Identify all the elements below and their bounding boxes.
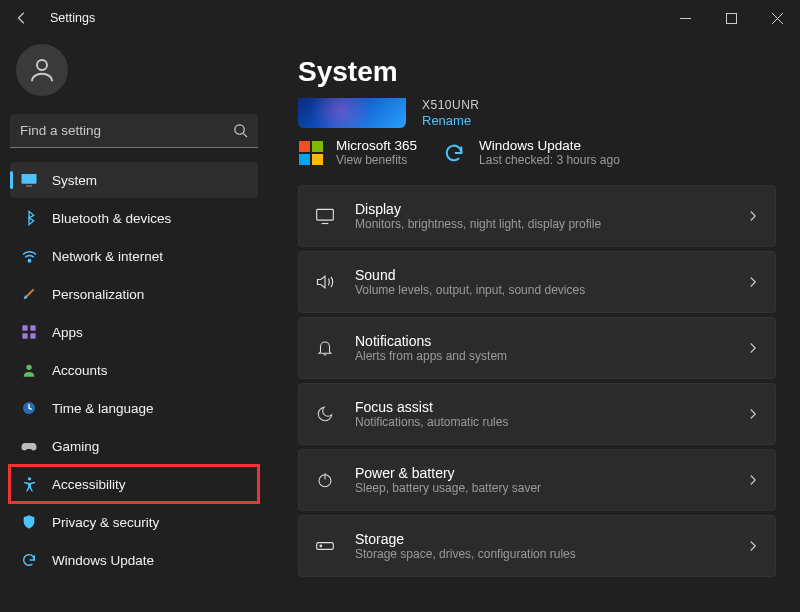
card-sub: Storage space, drives, configuration rul… (355, 547, 731, 561)
clock-globe-icon (20, 399, 38, 417)
chip-windows-update[interactable]: Windows Update Last checked: 3 hours ago (441, 138, 620, 167)
chevron-right-icon (747, 408, 759, 420)
wifi-icon (20, 247, 38, 265)
svg-rect-6 (22, 325, 27, 330)
chip-title: Microsoft 365 (336, 138, 417, 153)
svg-rect-15 (317, 543, 334, 550)
card-focus-assist[interactable]: Focus assist Notifications, automatic ru… (298, 383, 776, 445)
card-notifications[interactable]: Notifications Alerts from apps and syste… (298, 317, 776, 379)
info-row: Microsoft 365 View benefits Windows Upda… (298, 136, 776, 185)
maximize-button[interactable] (708, 2, 754, 34)
card-power[interactable]: Power & battery Sleep, battery usage, ba… (298, 449, 776, 511)
main: System Bluetooth & devices Network & int… (0, 36, 800, 612)
nav-personalization[interactable]: Personalization (10, 276, 258, 312)
close-icon (772, 13, 783, 24)
search-icon (233, 123, 248, 138)
person-icon (20, 361, 38, 379)
window-controls (662, 2, 800, 34)
nav-label: Gaming (52, 439, 99, 454)
rename-link[interactable]: Rename (422, 113, 480, 128)
sound-icon (311, 272, 339, 292)
accessibility-icon (20, 475, 38, 493)
nav-accounts[interactable]: Accounts (10, 352, 258, 388)
nav-network[interactable]: Network & internet (10, 238, 258, 274)
chip-title: Windows Update (479, 138, 620, 153)
nav-accessibility[interactable]: Accessibility (10, 466, 258, 502)
chevron-right-icon (747, 474, 759, 486)
gamepad-icon (20, 437, 38, 455)
svg-rect-13 (317, 209, 334, 220)
bluetooth-icon (20, 209, 38, 227)
card-title: Storage (355, 531, 731, 547)
shield-icon (20, 513, 38, 531)
avatar (16, 44, 68, 96)
svg-point-10 (26, 365, 31, 370)
nav-label: Time & language (52, 401, 154, 416)
sync-icon (441, 140, 467, 166)
card-sub: Alerts from apps and system (355, 349, 731, 363)
chevron-right-icon (747, 210, 759, 222)
nav-label: Personalization (52, 287, 144, 302)
content: System X510UNR Rename Microsoft 365 View… (268, 36, 800, 612)
nav-bluetooth[interactable]: Bluetooth & devices (10, 200, 258, 236)
nav-label: Windows Update (52, 553, 154, 568)
back-button[interactable] (8, 4, 36, 32)
card-sound[interactable]: Sound Volume levels, output, input, soun… (298, 251, 776, 313)
profile[interactable] (10, 40, 258, 110)
titlebar: Settings (0, 0, 800, 36)
svg-rect-4 (26, 185, 32, 187)
maximize-icon (726, 13, 737, 24)
nav-label: Accounts (52, 363, 108, 378)
svg-point-16 (320, 545, 322, 547)
minimize-button[interactable] (662, 2, 708, 34)
chip-sub: View benefits (336, 153, 417, 167)
search-box[interactable] (10, 114, 258, 148)
svg-rect-9 (30, 333, 35, 338)
svg-rect-3 (22, 174, 37, 184)
card-title: Focus assist (355, 399, 731, 415)
user-icon (27, 55, 57, 85)
nav-gaming[interactable]: Gaming (10, 428, 258, 464)
svg-point-12 (27, 477, 30, 480)
brush-icon (20, 285, 38, 303)
chip-sub: Last checked: 3 hours ago (479, 153, 620, 167)
nav-label: Accessibility (52, 477, 126, 492)
moon-icon (311, 405, 339, 423)
device-thumbnail[interactable] (298, 98, 406, 128)
nav-label: Bluetooth & devices (52, 211, 171, 226)
storage-icon (311, 536, 339, 556)
nav-apps[interactable]: Apps (10, 314, 258, 350)
nav-label: Privacy & security (52, 515, 159, 530)
card-display[interactable]: Display Monitors, brightness, night ligh… (298, 185, 776, 247)
power-icon (311, 471, 339, 489)
titlebar-left: Settings (8, 4, 95, 32)
card-title: Sound (355, 267, 731, 283)
nav-label: Apps (52, 325, 83, 340)
nav-windows-update[interactable]: Windows Update (10, 542, 258, 578)
chevron-right-icon (747, 540, 759, 552)
arrow-left-icon (15, 11, 29, 25)
svg-point-2 (235, 125, 244, 134)
card-sub: Notifications, automatic rules (355, 415, 731, 429)
nav-privacy[interactable]: Privacy & security (10, 504, 258, 540)
chip-ms365[interactable]: Microsoft 365 View benefits (298, 138, 417, 167)
nav-system[interactable]: System (10, 162, 258, 198)
svg-rect-0 (726, 13, 736, 23)
update-icon (20, 551, 38, 569)
card-title: Display (355, 201, 731, 217)
nav-time-language[interactable]: Time & language (10, 390, 258, 426)
svg-rect-7 (30, 325, 35, 330)
search-input[interactable] (20, 123, 233, 138)
card-title: Power & battery (355, 465, 731, 481)
settings-cards: Display Monitors, brightness, night ligh… (298, 185, 776, 577)
card-sub: Volume levels, output, input, sound devi… (355, 283, 731, 297)
card-storage[interactable]: Storage Storage space, drives, configura… (298, 515, 776, 577)
display-icon (311, 206, 339, 226)
page-title: System (298, 56, 776, 88)
chevron-right-icon (747, 342, 759, 354)
close-button[interactable] (754, 2, 800, 34)
chevron-right-icon (747, 276, 759, 288)
card-sub: Sleep, battery usage, battery saver (355, 481, 731, 495)
svg-rect-8 (22, 333, 27, 338)
device-row: X510UNR Rename (298, 98, 776, 128)
